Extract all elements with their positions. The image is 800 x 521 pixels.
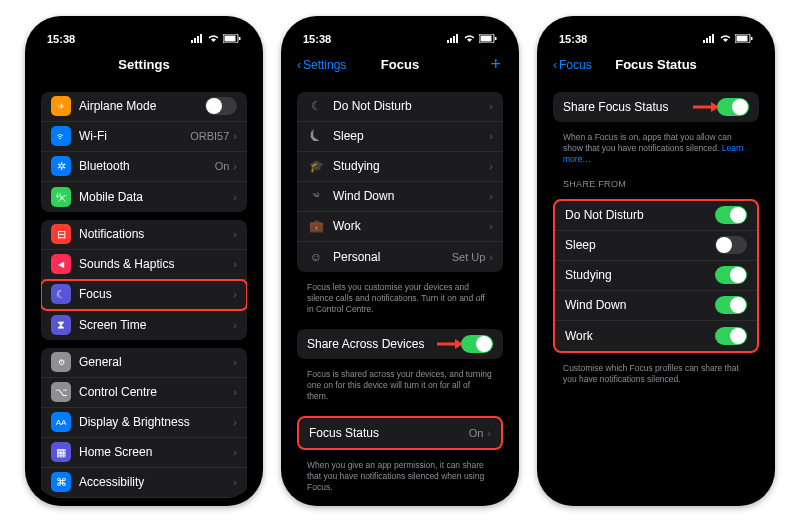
wind-down-icon: ༄ [307,189,325,203]
settings-row-airplane-mode[interactable]: ✈︎Airplane Mode [41,92,247,122]
focus-mode-personal[interactable]: ☺PersonalSet Up› [297,242,503,272]
chevron-right-icon: › [489,251,493,263]
work-icon: 💼 [307,219,325,233]
display-brightness-icon: AA [51,412,71,432]
share-from-work[interactable]: Work [555,321,757,351]
share-from-do-not-disturb[interactable]: Do Not Disturb [555,201,757,231]
row-label: Wind Down [333,189,489,203]
chevron-right-icon: › [233,476,237,488]
toggle[interactable] [715,296,747,314]
page-title: Settings [118,57,169,72]
bluetooth-icon: ✲ [51,156,71,176]
chevron-right-icon: › [489,100,493,112]
svg-rect-3 [200,34,202,43]
row-label: Do Not Disturb [333,99,489,113]
focus-status-label: Focus Status [309,426,469,440]
row-label: Wi-Fi [79,129,190,143]
settings-row-screen-time[interactable]: ⧗Screen Time› [41,310,247,340]
toggle[interactable] [715,327,747,345]
focus-mode-sleep[interactable]: ⏾Sleep› [297,122,503,152]
focus-mode-do-not-disturb[interactable]: ☾Do Not Disturb› [297,92,503,122]
svg-rect-19 [712,34,714,43]
svg-rect-6 [239,37,241,40]
settings-row-accessibility[interactable]: ⌘Accessibility› [41,468,247,498]
chevron-right-icon: › [487,427,491,439]
row-label: Screen Time [79,318,233,332]
row-label: Wind Down [565,298,715,312]
share-from-highlight: Do Not DisturbSleepStudyingWind DownWork [553,199,759,353]
general-icon: ⚙︎ [51,352,71,372]
row-label: Work [565,329,715,343]
row-label: Personal [333,250,452,264]
settings-row-mobile-data[interactable]: ⏧Mobile Data› [41,182,247,212]
focus-mode-work[interactable]: 💼Work› [297,212,503,242]
settings-row-control-centre[interactable]: ⌥Control Centre› [41,378,247,408]
share-from-header: Share From [553,171,759,191]
row-label: Control Centre [79,385,233,399]
back-button[interactable]: ‹ Settings [297,58,346,72]
status-icons [703,34,753,43]
settings-row-sounds-haptics[interactable]: ◀︎Sounds & Haptics› [41,250,247,280]
share-focus-footer: When a Focus is on, apps that you allow … [553,130,759,171]
settings-row-home-screen[interactable]: ▦Home Screen› [41,438,247,468]
svg-rect-2 [197,36,199,43]
status-time: 15:38 [303,33,331,45]
home-screen-icon: ▦ [51,442,71,462]
settings-row-display-brightness[interactable]: AADisplay & Brightness› [41,408,247,438]
status-footer: When you give an app permission, it can … [297,458,503,498]
row-label: Notifications [79,227,233,241]
chevron-right-icon: › [489,130,493,142]
share-from-sleep[interactable]: Sleep [555,231,757,261]
share-toggle[interactable] [461,335,493,353]
page-title: Focus [381,57,419,72]
chevron-right-icon: › [233,319,237,331]
svg-rect-21 [737,36,748,42]
row-label: Sleep [565,238,715,252]
svg-rect-10 [456,34,458,43]
mobile-data-icon: ⏧ [51,187,71,207]
chevron-right-icon: › [489,220,493,232]
focus-mode-wind-down[interactable]: ༄Wind Down› [297,182,503,212]
settings-row-general[interactable]: ⚙︎General› [41,348,247,378]
status-time: 15:38 [47,33,75,45]
settings-list[interactable]: ✈︎Airplane ModeᯤWi-FiORBI57›✲BluetoothOn… [33,80,255,498]
notifications-icon: ⊟ [51,224,71,244]
nav-bar: ‹ Focus Focus Status [545,50,767,80]
share-from-studying[interactable]: Studying [555,261,757,291]
chevron-left-icon: ‹ [297,58,301,72]
row-label: Display & Brightness [79,415,233,429]
svg-rect-9 [453,36,455,43]
back-button[interactable]: ‹ Focus [553,58,592,72]
row-label: Sleep [333,129,489,143]
phone-focus-status: 15:38 ‹ Focus Focus Status Share Focus S… [537,16,775,506]
toggle[interactable] [715,236,747,254]
personal-icon: ☺ [307,250,325,264]
airplane-toggle[interactable] [205,97,237,115]
phone-focus: 15:38 ‹ Settings Focus + ☾Do Not Disturb… [281,16,519,506]
phone-settings: 15:38 Settings ✈︎Airplane ModeᯤWi-FiORBI… [25,16,263,506]
screen-time-icon: ⧗ [51,315,71,335]
settings-row-bluetooth[interactable]: ✲BluetoothOn› [41,152,247,182]
share-across-devices-row[interactable]: Share Across Devices [297,329,503,359]
share-label: Share Across Devices [307,337,461,351]
focus-mode-studying[interactable]: 🎓Studying› [297,152,503,182]
share-footer: Focus is shared across your devices, and… [297,367,503,408]
toggle[interactable] [715,206,747,224]
chevron-right-icon: › [233,288,237,300]
svg-rect-18 [709,36,711,43]
share-focus-status-toggle[interactable] [717,98,749,116]
page-title: Focus Status [615,57,697,72]
settings-row-notifications[interactable]: ⊟Notifications› [41,220,247,250]
share-from-wind-down[interactable]: Wind Down [555,291,757,321]
share-focus-status-row[interactable]: Share Focus Status [553,92,759,122]
settings-row-wi-fi[interactable]: ᯤWi-FiORBI57› [41,122,247,152]
settings-row-focus[interactable]: ☾Focus› [41,280,247,310]
chevron-right-icon: › [233,356,237,368]
focus-status-row[interactable]: Focus Status On › [299,418,501,448]
svg-rect-16 [703,40,705,43]
add-button[interactable]: + [490,54,501,75]
studying-icon: 🎓 [307,159,325,173]
status-icons [191,34,241,43]
status-time: 15:38 [559,33,587,45]
toggle[interactable] [715,266,747,284]
